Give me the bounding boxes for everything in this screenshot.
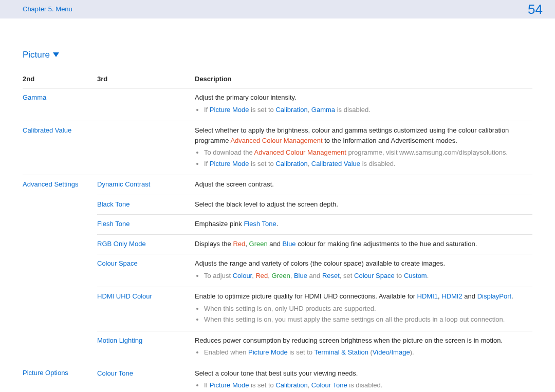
desc-rgb-only: Displays the Red, Green and Blue colour … [195,234,532,254]
cell-3rd-flesh-tone: Flesh Tone [97,220,130,228]
cell-3rd-motion-lighting: Motion Lighting [97,337,142,344]
chapter-label: Chapter 5. Menu [23,4,72,14]
header-description: Description [195,71,532,88]
colour-tone-ref: Colour Tone [311,381,347,389]
calibrated-value-ref: Calibrated Value [311,160,360,167]
cell-3rd-colour-space: Colour Space [97,259,138,267]
txt: , [308,106,311,114]
hdmi2-ref: HDMI2 [441,292,462,300]
header-2nd: 2nd [23,71,97,88]
txt: Emphasize pink [195,220,244,228]
txt: , [308,381,311,389]
desc-dynamic-contrast: Adjust the screen contrast. [195,180,274,188]
cell-2nd-calibrated: Calibrated Value [23,126,71,134]
motion-lighting-note: Enabled when Picture Mode is set to Term… [204,347,528,358]
displayport-ref: DisplayPort [477,292,511,300]
calibration-ref: Calibration [275,381,307,389]
cell-3rd-rgb-only: RGB Only Mode [97,240,146,248]
row-motion-lighting: Motion Lighting Reduces power consumptio… [23,331,532,364]
flesh-tone-ref: Flesh Tone [244,220,276,228]
top-bar: Chapter 5. Menu 54 [0,0,555,18]
txt: Adjusts the range and variety of colors … [195,259,445,267]
gamma-desc-text: Adjust the primary colour intensity. [195,94,297,101]
table-header-row: 2nd 3rd Description [23,71,532,88]
row-black-tone: Black Tone Select the black level to adj… [23,195,532,215]
txt: Select a colour tone that best suits you… [195,369,358,377]
cell-3rd-colour-tone: Colour Tone [97,369,133,377]
cell-2nd-gamma: Gamma [23,94,46,101]
calibrated-note-download: To download the Advanced Colour Manageme… [204,147,528,158]
calibration-ref: Calibration [275,106,307,114]
red-ref: Red [233,240,245,248]
hdmi-note-2: When this setting is on, you must apply … [204,314,528,325]
txt: Enable to optimize picture quality for H… [195,292,417,300]
section-title: Picture [23,48,532,62]
txt: is set to [249,381,275,389]
picture-mode-ref: Picture Mode [210,106,249,114]
txt: , [245,240,249,248]
txt: and [268,240,283,248]
desc-hdmi-uhd: Enable to optimize picture quality for H… [195,287,532,331]
row-colour-space: Colour Space Adjusts the range and varie… [23,254,532,287]
txt: to the Information and Advertisement mod… [323,137,457,144]
cell-3rd-hdmi-uhd: HDMI UHD Colour [97,292,152,300]
blue-ref: Blue [294,272,307,279]
acm-ref2: Advanced Colour Management [254,148,346,156]
picture-mode-ref: Picture Mode [248,348,288,356]
colour-tone-note-1: If Picture Mode is set to Calibration, C… [204,380,528,390]
txt: Enabled when [204,348,248,356]
txt: . [276,220,279,228]
txt: , [268,272,271,279]
txt: colour for making fine adjustments to th… [296,240,477,248]
terminal-station-ref: Terminal & Station [314,348,368,356]
picture-mode-ref: Picture Mode [210,160,249,167]
txt: to [395,272,404,279]
row-dynamic-contrast: Advanced Settings Dynamic Contrast Adjus… [23,175,532,195]
page-number: 54 [528,0,543,20]
hdmi-note-1: When this setting is on, only UHD produc… [204,304,528,314]
desc-motion-lighting: Reduces power consumption by reducing sc… [195,331,532,364]
desc-colour-space: Adjusts the range and variety of colors … [195,254,532,287]
txt: is disabled. [347,381,383,389]
cell-3rd-black-tone: Black Tone [97,200,130,208]
txt: To adjust [204,272,233,279]
blue-ref: Blue [283,240,296,248]
cell-2nd-picture-options: Picture Options [23,369,68,377]
colour-ref: Colour [233,272,252,279]
txt: ( [368,348,373,356]
section-title-text: Picture [23,48,50,62]
acm-ref: Advanced Colour Management [230,137,322,144]
txt: , [290,272,294,279]
txt: , [308,160,311,167]
colour-space-note: To adjust Colour, Red, Green, Blue and R… [204,271,528,281]
row-colour-tone: Picture Options Colour Tone Select a col… [23,364,532,392]
txt: Displays the [195,240,233,248]
row-hdmi-uhd-colour: HDMI UHD Colour Enable to optimize pictu… [23,287,532,331]
txt: ). [410,348,414,356]
txt: is disabled. [335,106,371,114]
row-flesh-tone: Flesh Tone Emphasize pink Flesh Tone. [23,215,532,235]
txt: If [204,160,210,167]
green-ref: Green [272,272,290,279]
row-rgb-only-mode: RGB Only Mode Displays the Red, Green an… [23,234,532,254]
settings-table: 2nd 3rd Description Gamma Adjust the pri… [23,71,532,393]
txt: programme, visit www.samsung.com/display… [346,148,508,156]
txt: is set to [249,160,275,167]
green-ref: Green [249,240,268,248]
txt: If [204,381,210,389]
custom-ref: Custom [404,272,427,279]
txt: is disabled. [360,160,396,167]
txt: and [462,292,477,300]
page-content: Picture 2nd 3rd Description Gamma Adjust… [0,18,555,392]
txt: is set to [249,106,275,114]
header-3rd: 3rd [97,71,195,88]
desc-black-tone: Select the black level to adjust the scr… [195,200,338,208]
txt: , set [340,272,354,279]
gamma-note: If Picture Mode is set to Calibration, G… [204,105,528,115]
cell-desc-gamma: Adjust the primary colour intensity. If … [195,88,532,121]
txt: If [204,106,210,114]
txt: . [427,272,429,279]
txt: . [511,292,513,300]
hdmi1-ref: HDMI1 [417,292,438,300]
colour-space-ref: Colour Space [354,272,395,279]
